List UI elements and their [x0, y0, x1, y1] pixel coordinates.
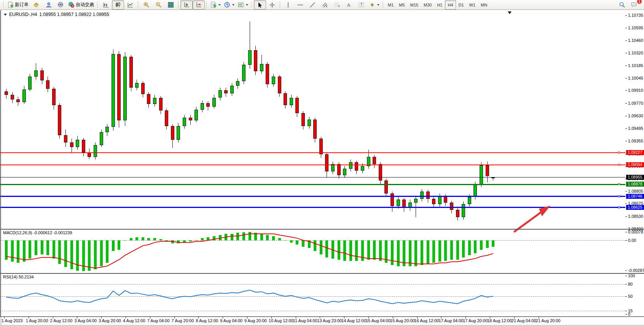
rsi-value: 50.2134	[19, 275, 34, 279]
new-order-button[interactable]: 新订单	[6, 0, 30, 10]
notifications-button[interactable]: 1	[628, 0, 640, 10]
line-handle[interactable]	[618, 195, 620, 197]
timeframe-w1-button[interactable]: W1	[467, 0, 478, 10]
macd-label: MACD(12,26,9) -0.000612 -0.001239	[3, 230, 72, 235]
macd-histogram-bar	[201, 238, 204, 240]
new-chart-button[interactable]	[30, 0, 42, 10]
profiles-button[interactable]	[42, 0, 54, 10]
toolbar-grip[interactable]	[382, 2, 384, 8]
indicators-icon	[210, 2, 217, 8]
candle	[486, 165, 489, 176]
equidistant-channel-button[interactable]: E	[319, 0, 331, 10]
fibonacci-icon: F	[334, 2, 340, 8]
timeframe-m5-button[interactable]: M5	[396, 0, 407, 10]
macd-histogram-bar	[58, 240, 61, 264]
time-tick-label: 9 Aug 20:00	[244, 318, 267, 323]
time-tick-label: 4 Aug 12:00	[123, 318, 145, 323]
candle	[414, 199, 418, 203]
candle	[165, 110, 168, 126]
price-tick-label: 1.09910	[628, 88, 643, 93]
horizontal-line-1.08746[interactable]	[0, 196, 625, 197]
rsi-tick-label: 80	[628, 282, 633, 286]
candle	[373, 157, 376, 164]
price-tick-mark	[625, 191, 627, 192]
toolbar-grip[interactable]	[3, 2, 5, 8]
macd-histogram-bar	[320, 240, 322, 254]
autotrade-button[interactable]: 自动交易	[67, 0, 96, 10]
timeframe-d1-button[interactable]: D1	[456, 0, 467, 10]
candle	[212, 98, 216, 107]
alerts-button[interactable]	[54, 0, 67, 10]
toolbar-grip[interactable]	[251, 2, 253, 8]
zoom-out-button[interactable]	[152, 0, 164, 10]
price-tick-label: 1.10460	[628, 38, 643, 43]
horizontal-line-1.09227[interactable]	[0, 152, 625, 153]
rsi-level-line	[0, 311, 625, 311]
timeframe-h4-button[interactable]: H4	[445, 0, 456, 10]
candle	[272, 77, 275, 84]
tile-windows-button[interactable]	[164, 0, 177, 10]
symbol-dropdown-icon[interactable]	[4, 14, 7, 16]
horizontal-line-1.08625[interactable]	[0, 207, 625, 208]
text-button[interactable]: A	[343, 0, 355, 10]
timeframe-m1-button[interactable]: M1	[385, 0, 396, 10]
candle	[462, 204, 465, 217]
timeframe-m15-button[interactable]: M15	[408, 0, 421, 10]
chart-shift-marker[interactable]	[508, 11, 512, 14]
candle	[301, 113, 305, 126]
arrows-button[interactable]	[367, 0, 381, 10]
line-handle[interactable]	[618, 206, 620, 208]
periods-button[interactable]	[222, 0, 236, 10]
chart-shift-button[interactable]	[193, 0, 205, 10]
candle	[76, 140, 79, 147]
search-icon	[619, 2, 625, 8]
price-tick-mark	[625, 128, 627, 129]
templates-button[interactable]	[236, 0, 250, 10]
line-handle[interactable]	[618, 164, 620, 166]
horizontal-line-1.08878[interactable]	[0, 184, 625, 185]
macd-histogram-bar	[474, 240, 477, 253]
price-tick-mark	[625, 40, 627, 41]
text-icon: A	[346, 2, 352, 8]
line-chart-icon	[127, 2, 134, 8]
macd-histogram-bar	[82, 240, 85, 271]
zoom-in-button[interactable]	[140, 0, 152, 10]
macd-histogram-bar	[46, 240, 49, 255]
line-chart-button[interactable]	[124, 0, 136, 10]
candlestick-chart-button[interactable]	[112, 0, 124, 10]
indicators-button[interactable]	[209, 0, 222, 10]
macd-histogram-bar	[100, 240, 103, 266]
price-tick-mark	[625, 15, 627, 16]
candle	[147, 94, 150, 104]
macd-histogram-bar	[53, 240, 55, 259]
trendline-button[interactable]	[306, 0, 319, 10]
rsi-pane[interactable]	[0, 274, 644, 316]
horizontal-line-1.08955[interactable]	[0, 177, 625, 177]
timeframe-m30-button[interactable]: M30	[421, 0, 434, 10]
bar-chart-button[interactable]	[100, 0, 112, 10]
line-handle[interactable]	[618, 183, 620, 185]
line-handle[interactable]	[618, 152, 620, 153]
macd-histogram-bar	[367, 240, 370, 260]
timeframe-h1-button[interactable]: H1	[434, 0, 445, 10]
crosshair-button[interactable]	[266, 0, 278, 10]
candle	[64, 135, 67, 142]
horizontal-line-button[interactable]	[294, 0, 306, 10]
auto-scroll-button[interactable]	[180, 0, 193, 10]
text-label-button[interactable]: T	[355, 0, 367, 10]
vertical-line-button[interactable]	[282, 0, 294, 10]
macd-histogram-bar	[456, 240, 459, 260]
toolbar-grip[interactable]	[97, 2, 99, 8]
macd-histogram-bar	[236, 233, 239, 240]
pane-separator[interactable]	[0, 229, 644, 230]
horizontal-line-1.09094[interactable]	[0, 165, 625, 165]
cursor-button[interactable]	[254, 0, 266, 10]
macd-histogram-bar	[242, 232, 245, 240]
search-button[interactable]	[616, 0, 628, 10]
candle	[438, 196, 442, 205]
window-left-border	[1, 10, 1, 325]
fibonacci-button[interactable]: F	[331, 0, 343, 10]
macd-histogram-bar	[177, 240, 180, 243]
timeframe-mn-button[interactable]: MN	[478, 0, 490, 10]
pane-separator[interactable]	[0, 273, 644, 274]
